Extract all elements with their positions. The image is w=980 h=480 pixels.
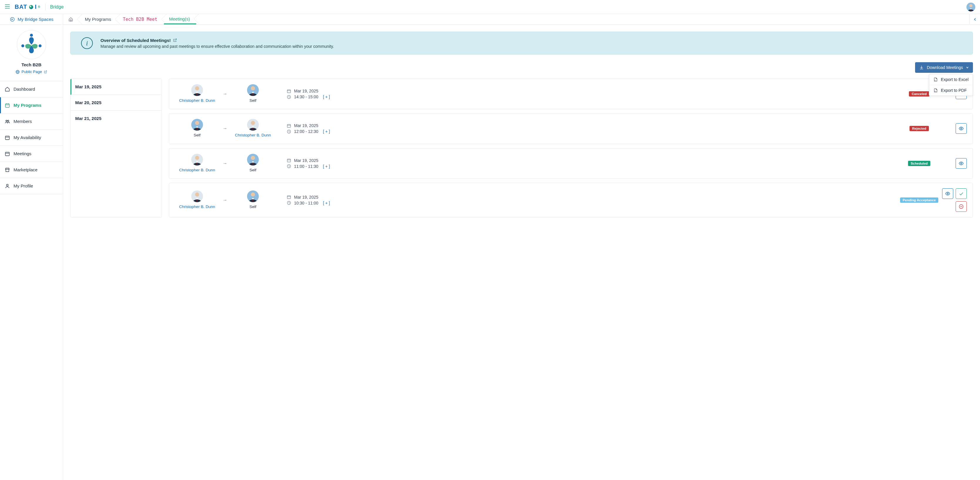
expand-time-button[interactable]: [ + ] <box>323 164 330 169</box>
download-meetings-button[interactable]: Download Meetings <box>915 62 973 73</box>
meeting-card: Christopher B. Dunn → Self Mar 19, 2025 <box>169 183 973 217</box>
nav-profile[interactable]: My Profile <box>0 178 63 194</box>
calendar-icon <box>287 158 291 163</box>
date-item[interactable]: Mar 21, 2025 <box>70 111 162 126</box>
avatar <box>191 119 203 131</box>
arrow-right-icon: → <box>219 126 231 131</box>
meeting-time: 11:00 - 11:30 <box>294 164 318 169</box>
avatar <box>191 190 203 202</box>
breadcrumb-program-name[interactable]: Tech B2B Meet <box>118 14 164 24</box>
clock-icon <box>287 201 291 205</box>
registered-icon: ® <box>38 5 40 8</box>
info-subtitle: Manage and review all upcoming and past … <box>100 44 334 49</box>
calendar-icon <box>5 103 10 108</box>
svg-point-23 <box>6 120 7 122</box>
nav-members-label: Members <box>14 119 32 124</box>
view-button[interactable] <box>956 158 967 169</box>
meeting-date: Mar 19, 2025 <box>294 195 318 200</box>
clock-icon <box>287 95 291 99</box>
nav-availability[interactable]: My Availability <box>0 129 63 146</box>
calendar-icon <box>287 195 291 199</box>
menu-icon[interactable] <box>5 5 10 10</box>
user-avatar[interactable] <box>966 3 975 11</box>
globe-icon <box>16 70 20 74</box>
party-from-name[interactable]: Christopher B. Dunn <box>175 98 219 104</box>
nav-marketplace[interactable]: Marketplace <box>0 162 63 178</box>
external-link-icon <box>44 70 47 74</box>
svg-text:XLS: XLS <box>934 80 937 81</box>
nav-meetings[interactable]: Meetings <box>0 146 63 162</box>
status-badge: Rejected <box>910 126 929 131</box>
arrow-right-icon: → <box>219 198 231 203</box>
meeting-card: Christopher B. Dunn → Self Mar 19, 2025 <box>169 148 973 179</box>
export-pdf-label: Export to PDF <box>941 88 967 93</box>
date-label: Mar 20, 2025 <box>75 100 101 105</box>
check-icon <box>959 191 964 196</box>
date-item[interactable]: Mar 20, 2025 <box>70 95 162 111</box>
expand-time-button[interactable]: [ + ] <box>323 95 330 99</box>
view-button[interactable] <box>956 123 967 134</box>
eye-icon <box>959 161 964 166</box>
export-pdf-item[interactable]: PDF Export to PDF <box>929 85 973 96</box>
clock-icon <box>287 164 291 168</box>
svg-rect-44 <box>287 196 291 199</box>
breadcrumb-programs[interactable]: My Programs <box>80 14 118 24</box>
arrow-right-icon: → <box>219 161 231 166</box>
brand-text-right: I <box>35 3 37 10</box>
svg-rect-36 <box>287 124 291 127</box>
calendar-icon <box>287 89 291 93</box>
party-from-name[interactable]: Christopher B. Dunn <box>175 204 219 210</box>
avatar <box>191 154 203 165</box>
breadcrumb-home[interactable] <box>63 14 80 24</box>
svg-rect-15 <box>70 20 72 21</box>
my-bridge-spaces-button[interactable]: My Bridge Spaces <box>0 14 63 24</box>
breadcrumb-programs-label: My Programs <box>85 17 111 22</box>
export-excel-label: Export to Excel <box>941 77 969 82</box>
view-button[interactable] <box>942 189 953 199</box>
export-excel-item[interactable]: XLS Export to Excel <box>929 74 973 85</box>
brand-logo[interactable]: BATI® <box>15 3 41 10</box>
accept-button[interactable] <box>956 189 967 199</box>
home-icon <box>5 87 10 92</box>
arrow-right-icon: → <box>219 91 231 97</box>
svg-point-24 <box>8 120 9 122</box>
bridge-label[interactable]: Bridge <box>50 5 64 10</box>
date-item[interactable]: Mar 19, 2025 <box>70 79 162 95</box>
decline-button[interactable] <box>956 201 967 212</box>
public-page-label: Public Page <box>21 70 42 74</box>
info-title: Overview of Scheduled Meetings! <box>100 38 171 43</box>
file-pdf-icon: PDF <box>933 88 938 93</box>
nav-meetings-label: Meetings <box>14 151 32 156</box>
breadcrumb-current-label: Meeting(s) <box>169 16 190 21</box>
avatar <box>247 190 259 202</box>
breadcrumb: My Programs Tech B2B Meet Meeting(s) <box>63 14 969 24</box>
my-bridge-spaces-label: My Bridge Spaces <box>18 17 54 22</box>
chevron-left-icon <box>974 17 977 21</box>
nav-members[interactable]: Members <box>0 113 63 129</box>
org-logo <box>17 30 46 59</box>
nav-marketplace-label: Marketplace <box>14 167 38 172</box>
download-icon <box>919 65 924 70</box>
svg-rect-32 <box>287 90 291 93</box>
external-link-icon[interactable] <box>173 38 177 42</box>
party-to-name[interactable]: Christopher B. Dunn <box>231 132 275 138</box>
public-page-link[interactable]: Public Page <box>16 70 47 74</box>
info-banner: i Overview of Scheduled Meetings! Manage… <box>70 32 973 55</box>
eye-icon <box>945 191 950 196</box>
nav-dashboard[interactable]: Dashboard <box>0 81 63 97</box>
meeting-time: 10:30 - 11:00 <box>294 201 318 205</box>
party-from-name[interactable]: Christopher B. Dunn <box>175 167 219 173</box>
chevron-down-icon <box>966 66 969 69</box>
home-icon <box>68 17 73 22</box>
expand-time-button[interactable]: [ + ] <box>323 129 330 134</box>
breadcrumb-current[interactable]: Meeting(s) <box>164 14 197 24</box>
nav-programs[interactable]: My Programs <box>0 97 63 113</box>
info-icon: i <box>81 37 93 49</box>
calendar-icon <box>5 151 10 156</box>
svg-point-47 <box>947 193 948 195</box>
party-to-name: Self <box>231 167 275 173</box>
collapse-panel-button[interactable] <box>969 14 980 24</box>
expand-time-button[interactable]: [ + ] <box>323 201 330 205</box>
file-excel-icon: XLS <box>933 77 938 82</box>
status-badge: Canceled <box>909 91 929 97</box>
